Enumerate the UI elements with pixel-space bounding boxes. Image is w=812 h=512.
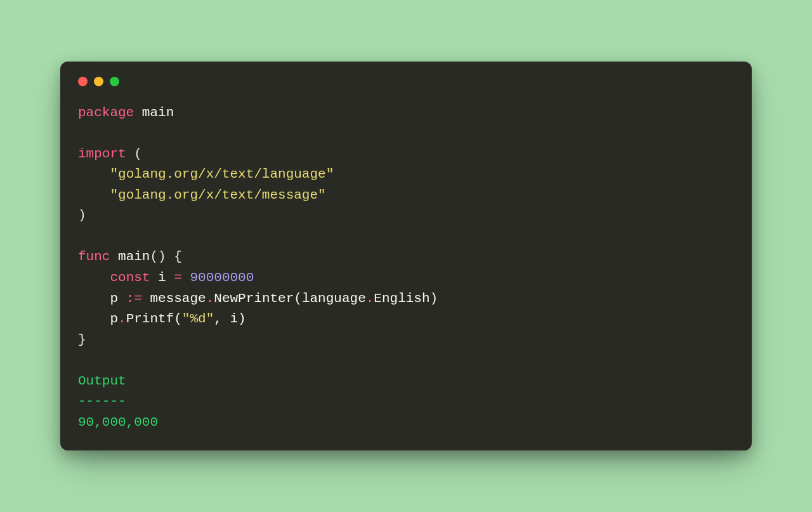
maximize-icon[interactable]	[110, 77, 119, 86]
dot-operator: .	[118, 312, 126, 326]
func-name: main	[118, 249, 150, 264]
call-newprinter-right: English)	[374, 291, 438, 306]
output-label: Output	[78, 374, 126, 388]
ident-p2: p	[110, 312, 118, 326]
minimize-icon[interactable]	[94, 77, 103, 86]
call-printf-rest: , i)	[214, 312, 246, 326]
ident-p: p	[110, 291, 126, 306]
import-path-2: "golang.org/x/text/message"	[110, 188, 325, 202]
operator-eq: =	[174, 270, 182, 285]
indent	[78, 270, 110, 285]
operator-assign: :=	[126, 291, 142, 306]
window-controls	[78, 77, 734, 86]
dot-operator: .	[206, 291, 214, 306]
call-printf-left: Printf(	[126, 312, 182, 326]
keyword-func: func	[78, 249, 110, 264]
package-name: main	[142, 105, 174, 120]
close-icon[interactable]	[78, 77, 88, 86]
dot-operator: .	[366, 291, 374, 306]
code-block: package main import ( "golang.org/x/text…	[78, 103, 734, 433]
paren-open: (	[134, 147, 142, 161]
paren-close: )	[78, 208, 86, 223]
call-newprinter-left: NewPrinter(language	[214, 291, 365, 306]
number-literal: 90000000	[190, 270, 254, 285]
func-sig: () {	[150, 249, 181, 264]
indent	[78, 312, 110, 326]
keyword-const: const	[110, 270, 150, 285]
keyword-import: import	[78, 147, 126, 161]
format-string: "%d"	[182, 312, 214, 326]
brace-close: }	[78, 332, 86, 347]
code-window: package main import ( "golang.org/x/text…	[60, 62, 752, 451]
indent	[78, 291, 110, 306]
output-value: 90,000,000	[78, 415, 158, 430]
indent	[78, 167, 110, 181]
output-separator: ------	[78, 394, 126, 409]
import-path-1: "golang.org/x/text/language"	[110, 167, 334, 181]
indent	[78, 188, 110, 202]
ident-message: message	[142, 291, 206, 306]
const-ident: i	[150, 270, 174, 285]
keyword-package: package	[78, 105, 134, 120]
